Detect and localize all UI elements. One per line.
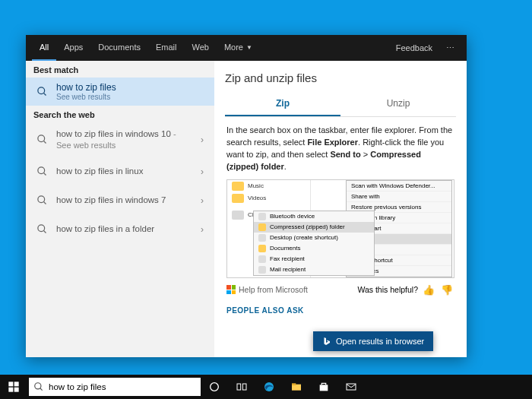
edge-button[interactable]	[255, 375, 283, 399]
svg-rect-11	[14, 382, 19, 386]
chevron-down-icon: ▼	[246, 44, 252, 51]
windows-search-panel: All Apps Documents Email Web More▼ Feedb…	[26, 35, 467, 357]
search-icon	[33, 163, 50, 180]
tab-web[interactable]: Web	[184, 35, 216, 61]
was-helpful-label: Was this helpful?	[357, 285, 418, 294]
web-result[interactable]: how to zip files in windows 10 - See web…	[26, 122, 214, 157]
taskbar	[0, 375, 532, 399]
tab-unzip[interactable]: Unzip	[340, 92, 456, 116]
tab-more[interactable]: More▼	[217, 35, 260, 61]
svg-line-9	[43, 230, 46, 233]
svg-line-3	[43, 141, 46, 144]
search-icon	[33, 192, 50, 209]
taskbar-search-box[interactable]	[29, 378, 201, 396]
svg-point-6	[37, 196, 44, 203]
microsoft-logo-icon	[226, 285, 236, 294]
chevron-right-icon[interactable]: ›	[198, 166, 207, 177]
feedback-link[interactable]: Feedback	[391, 43, 437, 52]
web-result[interactable]: how to zip files in linux ›	[26, 157, 214, 186]
svg-point-4	[37, 167, 44, 174]
context-submenu-sendto: Bluetooth device Compressed (zipped) fol…	[253, 211, 375, 276]
svg-point-16	[211, 383, 219, 391]
search-icon	[33, 382, 44, 392]
tab-apps[interactable]: Apps	[56, 35, 90, 61]
tab-all[interactable]: All	[32, 35, 56, 61]
search-icon	[33, 131, 50, 148]
svg-point-14	[35, 383, 41, 389]
cortana-button[interactable]	[201, 375, 228, 399]
file-explorer-button[interactable]	[283, 375, 310, 399]
chevron-right-icon[interactable]: ›	[198, 224, 207, 235]
more-options-icon[interactable]: ⋯	[442, 43, 461, 53]
svg-line-15	[40, 388, 43, 391]
svg-line-1	[43, 93, 46, 95]
svg-point-8	[37, 225, 44, 232]
search-filter-tabs: All Apps Documents Email Web More▼ Feedb…	[26, 35, 467, 61]
help-source[interactable]: Help from Microsoft	[226, 285, 308, 294]
best-match-header: Best match	[26, 61, 214, 78]
search-web-header: Search the web	[26, 106, 214, 122]
instruction-screenshot: Music Videos CD Drive (D:) Scan with Win…	[226, 179, 454, 278]
best-match-result[interactable]: how to zip files See web results	[26, 78, 214, 106]
best-match-title: how to zip files	[56, 82, 116, 93]
open-results-in-browser-button[interactable]: Open results in browser	[313, 331, 433, 351]
start-button[interactable]	[0, 375, 27, 399]
results-list: Best match how to zip files See web resu…	[26, 61, 214, 357]
result-detail-pane: Zip and unzip files Zip Unzip In the sea…	[214, 61, 467, 357]
chevron-right-icon[interactable]: ›	[198, 195, 207, 206]
thumbs-up-icon[interactable]: 👍	[423, 284, 436, 296]
tab-zip[interactable]: Zip	[225, 92, 340, 116]
svg-rect-10	[8, 382, 13, 386]
web-result[interactable]: how to zip files in a folder ›	[26, 215, 214, 244]
search-icon	[33, 221, 50, 238]
svg-rect-23	[347, 384, 356, 390]
task-view-button[interactable]	[228, 375, 255, 399]
chevron-right-icon[interactable]: ›	[198, 135, 207, 145]
svg-line-5	[43, 173, 46, 175]
bing-icon	[322, 337, 331, 346]
svg-rect-17	[237, 384, 241, 390]
best-match-subtitle: See web results	[56, 93, 116, 101]
svg-point-2	[37, 135, 44, 142]
svg-rect-12	[8, 388, 13, 392]
tab-email[interactable]: Email	[148, 35, 185, 61]
people-also-ask-header: PEOPLE ALSO ASK	[226, 306, 454, 315]
svg-point-0	[37, 87, 44, 94]
search-icon	[33, 84, 50, 100]
svg-rect-13	[14, 388, 19, 392]
thumbs-down-icon[interactable]: 👎	[441, 284, 454, 296]
detail-tabs: Zip Unzip	[225, 92, 456, 117]
svg-rect-18	[242, 384, 246, 390]
svg-rect-22	[320, 385, 328, 391]
svg-line-7	[43, 201, 46, 204]
taskbar-search-input[interactable]	[49, 382, 196, 391]
svg-rect-21	[292, 383, 296, 385]
detail-title: Zip and unzip files	[225, 71, 456, 84]
detail-description: In the search box on the taskbar, enter …	[226, 125, 454, 173]
tab-documents[interactable]: Documents	[90, 35, 148, 61]
mail-button[interactable]	[337, 375, 365, 399]
web-result[interactable]: how to zip files in windows 7 ›	[26, 186, 214, 215]
store-button[interactable]	[310, 375, 337, 399]
search-results-body: Best match how to zip files See web resu…	[26, 61, 467, 357]
